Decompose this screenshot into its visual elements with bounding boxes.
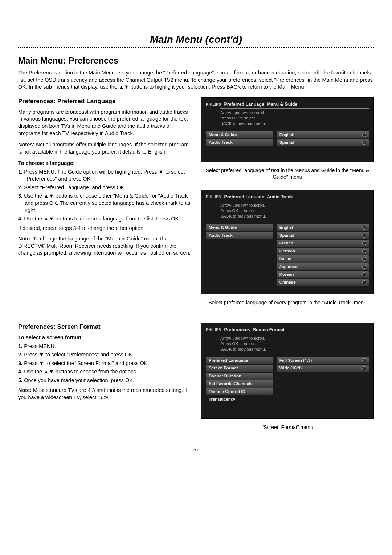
menu-item[interactable]: Translucency (206, 396, 273, 403)
radio-icon (362, 234, 366, 238)
tv-title: Preferred Lanuage: Audio Track (224, 194, 293, 200)
tv-screen-audio-track: PHILIPSPreferred Lanuage: Audio Track Ar… (201, 190, 374, 294)
radio-icon (362, 241, 366, 245)
format-option[interactable]: Wide (16:9) (277, 365, 369, 372)
check-icon (362, 226, 366, 230)
tv-title: Preferences: Screen Format (224, 327, 285, 333)
check-icon (362, 358, 366, 362)
menu-item[interactable]: Remote Control ID (206, 388, 273, 396)
main-title: Main Menu (cont'd) (18, 33, 374, 46)
caption-1: Select preferred language of text in the… (201, 167, 374, 181)
lang-option[interactable]: German (277, 248, 369, 255)
tv-instructions: Arrow up/down to scroll.Press OK to sele… (220, 110, 369, 126)
format-option[interactable]: Full Screen (4:3) (277, 357, 369, 364)
philips-logo: PHILIPS (206, 102, 221, 107)
tv-screen-format: PHILIPSPreferences: Screen Format Arrow … (201, 323, 374, 419)
radio-icon (362, 280, 366, 284)
menu-item[interactable]: Set Favorite Channels (206, 380, 273, 388)
radio-icon (362, 133, 366, 137)
note-label: Note: (18, 387, 32, 393)
notes-label: Notes: (18, 142, 34, 147)
philips-logo: PHILIPS (206, 195, 221, 200)
check-icon (362, 141, 366, 145)
tv-instructions: Arrow up/down to scroll.Press OK to sele… (220, 336, 369, 352)
divider (18, 47, 374, 48)
menu-item[interactable]: Screen Format (206, 365, 273, 372)
repeat-note: If desired, repeat steps 3-4 to change t… (18, 225, 191, 232)
caption-3: "Screen Format" menu (201, 424, 374, 431)
lang-option[interactable]: French (277, 240, 369, 247)
section-title: Main Menu: Preferences (18, 55, 374, 66)
intro-paragraph: The Preferences option in the Main Menu … (18, 69, 374, 91)
menu-item[interactable]: Audio Track (206, 232, 273, 239)
tv-screen-menu-guide: PHILIPSPreferred Lanuage: Menu & Guide A… (201, 97, 374, 162)
note2-label: Note: (18, 236, 32, 242)
lang-option[interactable]: Chinese (277, 279, 369, 286)
lang-steps: 1. Press MENU. The Guide option will be … (18, 169, 191, 223)
radio-icon (362, 265, 366, 269)
format-steps: 1. Press MENU. 2. Press ▼ to select "Pre… (18, 343, 191, 384)
to-choose-heading: To choose a language: (18, 160, 191, 167)
lang-option[interactable]: English (277, 224, 369, 231)
subsection-title-language: Preferences: Preferred Language (18, 97, 191, 106)
radio-icon (362, 272, 366, 276)
tv-title: Preferred Lanuage: Menu & Guide (224, 101, 297, 108)
menu-item[interactable]: Audio Track (206, 139, 273, 146)
menu-item[interactable]: Menu & Guide (206, 131, 273, 139)
lang-option[interactable]: Japanese (277, 263, 369, 271)
lang-note2: Note: To change the language of the "Men… (18, 235, 191, 257)
lang-option[interactable]: Spanish (277, 139, 369, 146)
lang-option[interactable]: Spanish (277, 232, 369, 239)
radio-icon (362, 366, 366, 370)
caption-2: Select preferred language of every progr… (201, 299, 374, 306)
lang-option[interactable]: Korean (277, 271, 369, 278)
lang-option[interactable]: English (277, 131, 369, 139)
lang-paragraph-1: Many programs are broadcast with program… (18, 109, 191, 137)
menu-item[interactable]: Menu & Guide (206, 224, 273, 231)
to-select-heading: To select a screen format: (18, 334, 191, 341)
radio-icon (362, 257, 366, 261)
menu-item[interactable]: Preferred Language (206, 357, 273, 364)
philips-logo: PHILIPS (206, 328, 221, 333)
lang-option[interactable]: Italian (277, 255, 369, 263)
tv-instructions: Arrow up/down to scroll.Press OK to sele… (220, 203, 369, 219)
format-note: Note: Most standard TVs are 4:3 and that… (18, 387, 191, 401)
subsection-title-format: Preferences: Screen Format (18, 323, 191, 331)
page-number: 27 (18, 447, 374, 454)
menu-item[interactable]: Banner Duration (206, 373, 273, 380)
radio-icon (362, 249, 366, 253)
lang-notes: Notes: Not all programs offer multiple l… (18, 141, 191, 155)
